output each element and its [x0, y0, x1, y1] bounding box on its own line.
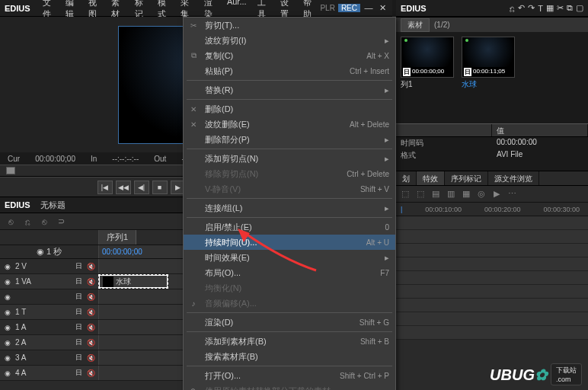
- lock-icon[interactable]: 日: [74, 292, 83, 302]
- timeline-clip[interactable]: 水球: [99, 275, 168, 288]
- eye-icon[interactable]: ◉: [3, 308, 12, 317]
- right-ruler[interactable]: | 00:00:10:00 00:00:20:00 00:00:30:00 00…: [396, 203, 588, 216]
- menu-item[interactable]: 粘贴(P)Ctrl + Insert: [184, 63, 395, 78]
- r-track-row[interactable]: [396, 257, 588, 271]
- rewind-button[interactable]: ◀◀: [116, 181, 131, 194]
- r-track-row[interactable]: [396, 230, 588, 244]
- menu-item[interactable]: 持续时间(U)...Alt + U: [184, 235, 395, 250]
- eye-icon[interactable]: ◉: [3, 338, 12, 347]
- r-track-row[interactable]: [396, 285, 588, 299]
- lock-icon[interactable]: 日: [74, 323, 83, 332]
- bin-tool-t[interactable]: T: [538, 4, 543, 13]
- track-header[interactable]: ◉1 A日🔇: [0, 320, 99, 334]
- bin-tool-3[interactable]: ↷: [528, 3, 535, 13]
- r-track-row[interactable]: [396, 216, 588, 230]
- rt-icon-4[interactable]: ▥: [445, 188, 457, 200]
- lock-icon[interactable]: 日: [74, 353, 83, 363]
- magnet-icon[interactable]: ⊃: [55, 216, 67, 228]
- menu-item[interactable]: 启用/禁止(E)0: [184, 219, 395, 235]
- eye-icon[interactable]: ◉: [3, 277, 12, 286]
- lock-icon[interactable]: 日: [74, 277, 83, 286]
- tab-transition[interactable]: 划: [396, 171, 417, 185]
- track-header[interactable]: ◉1 VA日🔇: [0, 274, 99, 289]
- menu-item[interactable]: ✕删除(D): [184, 101, 395, 117]
- lock-icon[interactable]: 日: [74, 262, 83, 271]
- menu-item[interactable]: 打开(O)...Shift + Ctrl + P: [184, 368, 395, 383]
- rt-icon-2[interactable]: ⬚: [414, 188, 427, 200]
- track-header[interactable]: ◉4 A日🔇: [0, 366, 99, 380]
- mute-icon[interactable]: 🔇: [86, 369, 95, 378]
- r-track-row[interactable]: [396, 244, 588, 257]
- mute-icon[interactable]: 🔇: [86, 292, 95, 302]
- track-header[interactable]: ◉2 V日🔇: [0, 259, 99, 273]
- menu-item[interactable]: ✂剪切(T)...: [184, 18, 395, 33]
- sequence-tab-1[interactable]: 序列1: [99, 230, 136, 245]
- close-button[interactable]: ✕: [377, 3, 388, 14]
- track-header[interactable]: ◉日🔇: [0, 289, 99, 304]
- minimize-button[interactable]: —: [363, 3, 374, 14]
- scissors-icon[interactable]: ✂: [557, 3, 564, 13]
- thumbnail-label: 水球: [462, 79, 515, 90]
- mute-icon[interactable]: 🔇: [86, 277, 95, 286]
- lock-icon[interactable]: 日: [74, 338, 83, 347]
- menu-item-label: 时间效果(E): [205, 252, 250, 264]
- bin-tool-2[interactable]: ↶: [518, 3, 525, 13]
- rt-play-icon[interactable]: ▶: [491, 188, 503, 200]
- tool-icon-1[interactable]: ⎋: [5, 216, 17, 228]
- track-header[interactable]: ◉3 A日🔇: [0, 350, 99, 365]
- bin-tool-8[interactable]: ▢: [576, 3, 583, 13]
- ruler-zoom-control[interactable]: ◉ 1 秒: [0, 245, 99, 258]
- menu-item[interactable]: 波纹剪切(I)▸: [184, 33, 395, 48]
- bin-tool-1[interactable]: ⎌: [510, 4, 515, 13]
- rt-icon-8[interactable]: ⋯: [506, 188, 518, 200]
- menu-item[interactable]: 搜索素材库(B): [184, 349, 395, 364]
- eye-icon[interactable]: ◉: [3, 262, 12, 271]
- bin-tab[interactable]: 素材: [401, 18, 430, 32]
- r-track-row[interactable]: [396, 299, 588, 312]
- rt-icon-1[interactable]: ⬚: [399, 188, 411, 200]
- stop-button[interactable]: ■: [152, 181, 168, 194]
- track-header[interactable]: ◉2 A日🔇: [0, 335, 99, 350]
- tab-source-browse[interactable]: 源文件浏览: [488, 171, 539, 185]
- mute-icon[interactable]: 🔇: [86, 323, 95, 332]
- rt-target-icon[interactable]: ◎: [475, 188, 487, 200]
- menu-item[interactable]: ⧉复制(C)Alt + X: [184, 48, 395, 63]
- menu-item[interactable]: 添加到素材库(B)Shift + B: [184, 334, 395, 349]
- tab-effects[interactable]: 特效: [417, 171, 445, 185]
- r-track-row[interactable]: [396, 271, 588, 285]
- r-track-row[interactable]: [396, 326, 588, 340]
- mute-icon[interactable]: 🔇: [86, 353, 95, 363]
- mute-icon[interactable]: 🔇: [86, 262, 95, 271]
- tool-icon-2[interactable]: ⎌: [21, 216, 34, 228]
- bin-tool-7[interactable]: ⧉: [567, 3, 573, 13]
- watermark-text: UBUG: [490, 366, 535, 383]
- eye-icon[interactable]: ◉: [3, 292, 12, 302]
- track-header[interactable]: ◉1 T日🔇: [0, 305, 99, 319]
- thumbnail-item[interactable]: 日00:00:00;00 列1: [401, 37, 454, 96]
- menu-item[interactable]: 添加剪切点(N)▸: [184, 151, 395, 166]
- tab-markers[interactable]: 序列标记: [445, 171, 488, 185]
- bin-tool-5[interactable]: ▦: [546, 3, 554, 13]
- menu-item[interactable]: 时间效果(E)▸: [184, 250, 395, 265]
- menu-item[interactable]: 布局(O)...F7: [184, 265, 395, 280]
- goto-start-button[interactable]: |◀: [97, 181, 113, 194]
- rt-icon-3[interactable]: ▤: [430, 188, 442, 200]
- lock-icon[interactable]: 日: [74, 369, 83, 378]
- tool-icon-3[interactable]: ⎋: [38, 216, 50, 228]
- menu-item[interactable]: 删除部分(P)▸: [184, 132, 395, 147]
- eye-icon[interactable]: ◉: [3, 353, 12, 363]
- mute-icon[interactable]: 🔇: [86, 308, 95, 317]
- menu-item[interactable]: 替换(R)▸: [184, 82, 395, 98]
- menu-item[interactable]: 渲染(D)Shift + G: [184, 315, 395, 330]
- rt-icon-5[interactable]: ▦: [460, 188, 472, 200]
- eye-icon[interactable]: ◉: [3, 323, 12, 332]
- r-track-row[interactable]: [396, 312, 588, 326]
- menu-item[interactable]: 连接/组(L)▸: [184, 200, 395, 216]
- eye-icon[interactable]: ◉: [3, 369, 12, 378]
- thumbnail-item[interactable]: 日00:00:11;05 水球: [462, 37, 515, 96]
- mute-icon[interactable]: 🔇: [86, 338, 95, 347]
- scrub-handle[interactable]: [6, 167, 15, 174]
- step-back-button[interactable]: ◀|: [134, 181, 149, 194]
- lock-icon[interactable]: 日: [74, 308, 83, 317]
- menu-item[interactable]: ✕波纹删除(E)Alt + Delete: [184, 117, 395, 132]
